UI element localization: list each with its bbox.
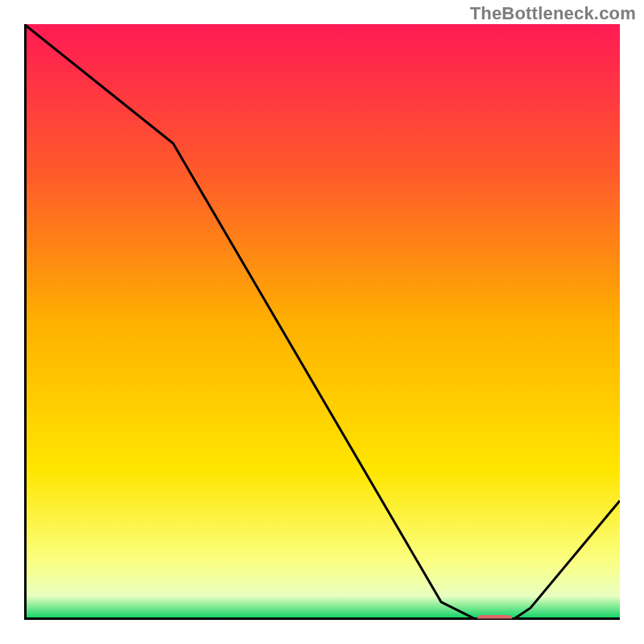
chart-plot (24, 24, 620, 620)
chart-frame: TheBottleneck.com (0, 0, 644, 644)
chart-svg (24, 24, 620, 620)
gradient-fill (24, 24, 620, 620)
watermark-text: TheBottleneck.com (470, 3, 636, 24)
